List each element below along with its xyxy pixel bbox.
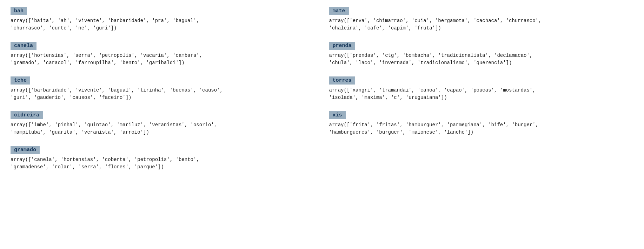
card-title-xis: xis: [329, 111, 346, 119]
card-body-gramado: array(['canela', 'hortensias', 'coberta'…: [11, 156, 315, 171]
card-title-mate: mate: [329, 7, 349, 15]
card-body-mate: array(['erva', 'chimarrao', 'cuia', 'ber…: [329, 17, 634, 32]
card-title-canela: canela: [11, 42, 36, 50]
card-tche: tchearray(['barbaridade', 'vivente', 'ba…: [11, 76, 315, 101]
card-title-prenda: prenda: [329, 42, 355, 50]
right-column: matearray(['erva', 'chimarrao', 'cuia', …: [329, 7, 634, 181]
card-body-canela: array(['hortensias', 'serra', 'petropoli…: [11, 52, 315, 67]
card-title-bah: bah: [11, 7, 27, 15]
card-canela: canelaarray(['hortensias', 'serra', 'pet…: [11, 42, 315, 67]
card-mate: matearray(['erva', 'chimarrao', 'cuia', …: [329, 7, 634, 32]
card-bah: baharray(['baita', 'ah', 'vivente', 'bar…: [11, 7, 315, 32]
card-title-torres: torres: [329, 76, 355, 85]
card-body-xis: array(['frita', 'fritas', 'hamburguer', …: [329, 121, 634, 136]
card-cidreira: cidreiraarray(['imbe', 'pinhal', 'quinta…: [11, 111, 315, 136]
card-body-tche: array(['barbaridade', 'vivente', 'bagual…: [11, 87, 315, 101]
left-column: baharray(['baita', 'ah', 'vivente', 'bar…: [11, 7, 315, 181]
card-body-bah: array(['baita', 'ah', 'vivente', 'barbar…: [11, 17, 315, 32]
card-body-prenda: array(['prendas', 'ctg', 'bombacha', 'tr…: [329, 52, 634, 67]
card-gramado: gramadoarray(['canela', 'hortensias', 'c…: [11, 146, 315, 171]
card-title-gramado: gramado: [11, 146, 40, 154]
card-prenda: prendaarray(['prendas', 'ctg', 'bombacha…: [329, 42, 634, 67]
card-title-cidreira: cidreira: [11, 111, 43, 119]
card-title-tche: tche: [11, 76, 30, 85]
card-body-cidreira: array(['imbe', 'pinhal', 'quintao', 'mar…: [11, 121, 315, 136]
card-xis: xisarray(['frita', 'fritas', 'hamburguer…: [329, 111, 634, 136]
card-body-torres: array(['xangri', 'tramandai', 'canoa', '…: [329, 87, 634, 101]
main-grid: baharray(['baita', 'ah', 'vivente', 'bar…: [11, 7, 633, 181]
card-torres: torresarray(['xangri', 'tramandai', 'can…: [329, 76, 634, 101]
